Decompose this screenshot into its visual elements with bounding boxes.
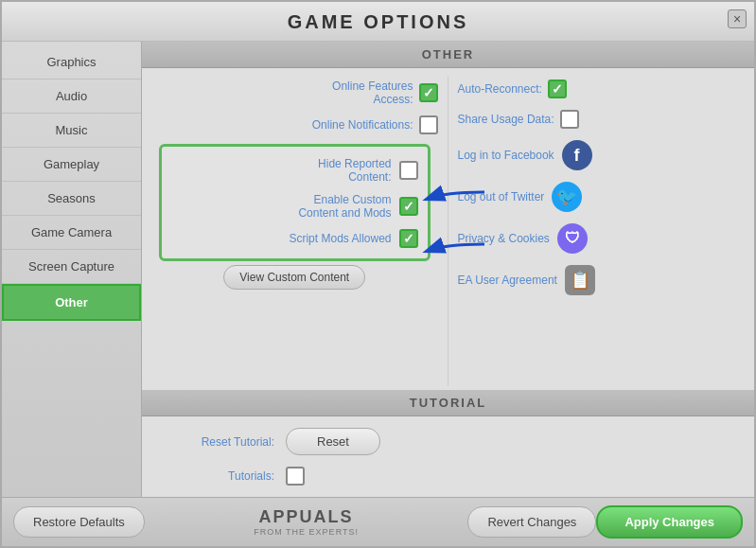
reset-button[interactable]: Reset <box>286 428 380 455</box>
reset-tutorial-row: Reset Tutorial: Reset <box>161 428 735 455</box>
restore-defaults-button[interactable]: Restore Defaults <box>13 506 145 538</box>
ea-agreement-row: EA User Agreement 📋 <box>458 261 746 299</box>
reset-tutorial-label: Reset Tutorial: <box>161 435 274 449</box>
share-usage-label: Share Usage Data: <box>458 113 554 126</box>
twitter-row: Log out of Twitter 🐦 <box>458 178 746 216</box>
tutorials-row: Tutorials: <box>161 467 735 486</box>
privacy-label: Privacy & Cookies <box>458 232 550 245</box>
left-column: Online FeaturesAccess: Online Notificati… <box>142 76 448 386</box>
tutorials-checkbox[interactable] <box>286 467 305 486</box>
highlighted-section: Hide ReportedContent: Enable CustomConte… <box>151 140 438 293</box>
revert-changes-button[interactable]: Revert Changes <box>467 506 596 538</box>
sidebar-item-gameplay[interactable]: Gameplay <box>2 148 141 182</box>
script-mods-checkbox[interactable] <box>399 229 418 248</box>
auto-reconnect-row: Auto-Reconnect: <box>458 76 746 102</box>
enable-custom-label: Enable CustomContent and Mods <box>298 193 391 220</box>
other-content: Online FeaturesAccess: Online Notificati… <box>142 68 754 386</box>
agreement-icon[interactable]: 📋 <box>565 265 595 295</box>
script-mods-row: Script Mods Allowed <box>167 224 422 253</box>
title-bar: Game Options × <box>2 2 754 42</box>
sidebar-item-screen-capture[interactable]: Screen Capture <box>2 250 141 284</box>
other-section-header: Other <box>142 42 754 68</box>
close-button[interactable]: × <box>728 9 747 28</box>
facebook-label: Log in to Facebook <box>458 149 554 162</box>
twitter-label: Log out of Twitter <box>458 190 545 203</box>
online-notifications-row: Online Notifications: <box>151 112 438 138</box>
hide-reported-label: Hide ReportedContent: <box>318 157 391 184</box>
right-panel: Other Online FeaturesAccess: Online Noti… <box>142 42 754 497</box>
enable-custom-row: Enable CustomContent and Mods <box>167 188 422 224</box>
window-title: Game Options <box>2 11 754 33</box>
hide-reported-row: Hide ReportedContent: <box>167 152 422 188</box>
main-content: Graphics Audio Music Gameplay Seasons Ga… <box>2 42 754 497</box>
sidebar-item-seasons[interactable]: Seasons <box>2 182 141 216</box>
sidebar-item-graphics[interactable]: Graphics <box>2 45 141 80</box>
enable-custom-checkbox[interactable] <box>399 197 418 216</box>
sidebar-item-audio[interactable]: Audio <box>2 80 141 114</box>
apply-changes-button[interactable]: Apply Changes <box>596 505 743 539</box>
tutorial-section: Tutorial Reset Tutorial: Reset Tutorials… <box>142 390 754 497</box>
sidebar-item-music[interactable]: Music <box>2 114 141 148</box>
watermark: APPUALS FROM THE EXPERTS! <box>145 507 468 537</box>
auto-reconnect-checkbox[interactable] <box>548 80 567 98</box>
ea-agreement-label: EA User Agreement <box>458 274 557 287</box>
online-features-label: Online FeaturesAccess: <box>332 80 413 106</box>
tutorials-label: Tutorials: <box>161 469 274 483</box>
game-options-window: Game Options × Graphics Audio Music Game… <box>0 0 756 548</box>
script-mods-label: Script Mods Allowed <box>289 232 391 245</box>
sidebar-item-other[interactable]: Other <box>2 284 141 321</box>
view-custom-button[interactable]: View Custom Content <box>223 265 365 290</box>
tutorial-section-header: Tutorial <box>142 390 754 416</box>
online-features-row: Online FeaturesAccess: <box>151 76 438 110</box>
privacy-icon[interactable]: 🛡 <box>557 223 588 254</box>
sidebar-item-game-camera[interactable]: Game Camera <box>2 216 141 250</box>
tutorial-content: Reset Tutorial: Reset Tutorials: <box>142 416 754 497</box>
share-usage-checkbox[interactable] <box>560 110 579 129</box>
view-custom-container: View Custom Content <box>151 265 438 290</box>
online-notifications-checkbox[interactable] <box>419 115 438 134</box>
auto-reconnect-label: Auto-Reconnect: <box>458 82 542 96</box>
facebook-icon[interactable]: f <box>562 140 592 170</box>
right-column: Auto-Reconnect: Share Usage Data: Log in… <box>448 76 755 386</box>
share-usage-row: Share Usage Data: <box>458 106 746 133</box>
hide-reported-checkbox[interactable] <box>399 161 418 180</box>
footer: Restore Defaults APPUALS FROM THE EXPERT… <box>2 497 754 546</box>
highlight-box: Hide ReportedContent: Enable CustomConte… <box>159 144 431 261</box>
online-features-checkbox[interactable] <box>419 83 438 102</box>
sidebar: Graphics Audio Music Gameplay Seasons Ga… <box>2 42 142 497</box>
twitter-icon[interactable]: 🐦 <box>552 182 582 212</box>
privacy-row: Privacy & Cookies 🛡 <box>458 220 746 257</box>
facebook-row: Log in to Facebook f <box>458 136 746 174</box>
online-notifications-label: Online Notifications: <box>312 118 413 132</box>
